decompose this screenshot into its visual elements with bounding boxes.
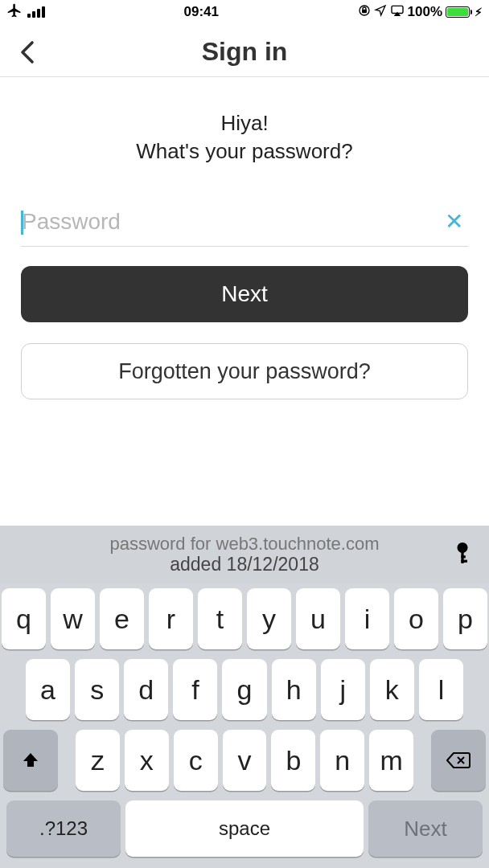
space-key[interactable]: space xyxy=(125,800,364,857)
key-o[interactable]: o xyxy=(394,588,438,649)
clear-input-button[interactable]: ✕ xyxy=(445,211,463,233)
keyboard-next-key[interactable]: Next xyxy=(368,800,483,857)
battery-icon xyxy=(446,6,470,18)
key-c[interactable]: c xyxy=(174,730,218,791)
key-f[interactable]: f xyxy=(173,659,217,720)
next-button[interactable]: Next xyxy=(21,266,468,322)
numbers-key[interactable]: .?123 xyxy=(6,800,121,857)
location-icon xyxy=(374,4,387,21)
battery-percentage: 100% xyxy=(408,4,442,20)
greeting-line2: What's your password? xyxy=(136,139,352,163)
charging-icon: ⚡︎ xyxy=(475,6,483,18)
autofill-line2: added 18/12/2018 xyxy=(109,554,379,575)
status-bar: 09:41 100% ⚡︎ xyxy=(0,0,489,24)
page-title: Sign in xyxy=(202,37,288,67)
text-cursor xyxy=(21,211,23,235)
key-v[interactable]: v xyxy=(223,730,267,791)
keyboard-row-3: z x c v b n m xyxy=(3,730,486,791)
key-m[interactable]: m xyxy=(369,730,413,791)
keyboard-row-1: q w e r t y u i o p xyxy=(3,588,486,649)
key-i[interactable]: i xyxy=(345,588,389,649)
key-t[interactable]: t xyxy=(198,588,242,649)
key-y[interactable]: y xyxy=(247,588,291,649)
on-screen-keyboard: password for web3.touchnote.com added 18… xyxy=(0,526,489,868)
key-p[interactable]: p xyxy=(443,588,487,649)
signal-strength-icon xyxy=(27,6,45,18)
key-h[interactable]: h xyxy=(272,659,316,720)
main-content: Hiya! What's your password? Password ✕ N… xyxy=(0,77,489,399)
key-s[interactable]: s xyxy=(75,659,119,720)
key-j[interactable]: j xyxy=(321,659,365,720)
key-x[interactable]: x xyxy=(125,730,169,791)
password-input[interactable]: Password ✕ xyxy=(21,209,468,247)
password-placeholder: Password xyxy=(21,209,121,234)
key-d[interactable]: d xyxy=(124,659,168,720)
key-u[interactable]: u xyxy=(296,588,340,649)
key-e[interactable]: e xyxy=(100,588,144,649)
backspace-key[interactable] xyxy=(431,730,486,791)
orientation-lock-icon xyxy=(358,4,371,21)
key-l[interactable]: l xyxy=(419,659,463,720)
status-time: 09:41 xyxy=(184,4,219,20)
key-a[interactable]: a xyxy=(26,659,70,720)
greeting-text: Hiya! What's your password? xyxy=(21,109,468,166)
nav-bar: Sign in xyxy=(0,27,489,77)
forgot-password-button[interactable]: Forgotten your password? xyxy=(21,343,468,399)
password-autofill-suggestion[interactable]: password for web3.touchnote.com added 18… xyxy=(0,526,489,583)
key-g[interactable]: g xyxy=(222,659,266,720)
key-b[interactable]: b xyxy=(271,730,315,791)
key-n[interactable]: n xyxy=(320,730,364,791)
svg-rect-5 xyxy=(461,560,467,563)
airplay-icon xyxy=(390,4,405,20)
keyboard-row-2: a s d f g h j k l xyxy=(3,659,486,720)
keychain-icon[interactable] xyxy=(452,540,473,573)
status-right: 100% ⚡︎ xyxy=(358,4,483,21)
autofill-line1: password for web3.touchnote.com xyxy=(109,534,379,554)
next-button-label: Next xyxy=(221,281,268,307)
greeting-line1: Hiya! xyxy=(220,111,268,135)
back-button[interactable] xyxy=(10,27,45,77)
forgot-password-label: Forgotten your password? xyxy=(118,359,371,384)
status-left xyxy=(6,2,45,23)
key-k[interactable]: k xyxy=(370,659,414,720)
key-r[interactable]: r xyxy=(149,588,193,649)
airplane-mode-icon xyxy=(6,2,23,23)
key-w[interactable]: w xyxy=(51,588,95,649)
svg-rect-6 xyxy=(461,555,465,558)
svg-rect-1 xyxy=(362,10,366,12)
shift-key[interactable] xyxy=(3,730,58,791)
key-q[interactable]: q xyxy=(2,588,46,649)
keyboard-row-bottom: .?123 space Next xyxy=(3,800,486,863)
key-z[interactable]: z xyxy=(76,730,120,791)
